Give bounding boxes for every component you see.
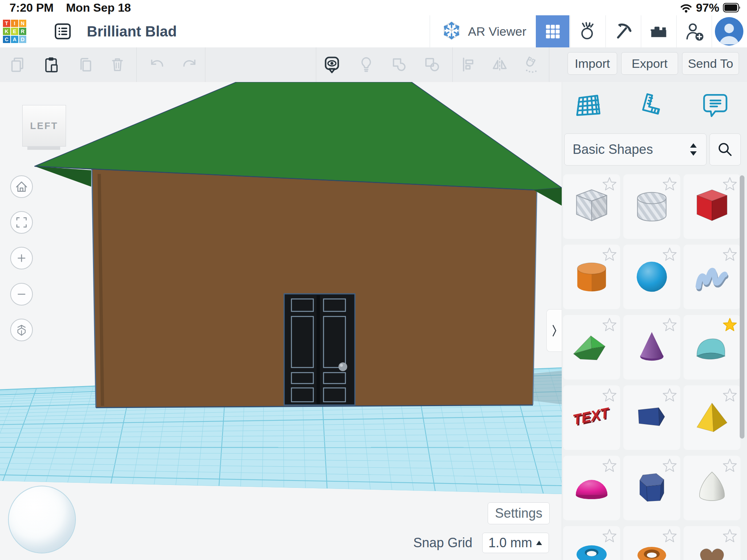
logo-tile: E [11,28,18,35]
scene-3d[interactable] [0,82,562,560]
chevron-right-icon [550,320,559,342]
notes-tool-icon[interactable] [698,89,733,123]
shape-tile-polygon[interactable] [623,456,680,520]
invite-person-icon[interactable] [677,15,711,47]
sim-lab-apple-icon[interactable] [571,15,605,47]
design-list-icon[interactable] [53,21,73,42]
favorite-star-icon[interactable] [602,388,617,403]
search-shapes-button[interactable] [709,133,741,166]
status-bar: 7:20 PM Mon Sep 18 97% [0,0,747,15]
view-cube[interactable]: LEFT [22,105,66,147]
select-arrows-icon [689,142,698,157]
toolbar-divider [549,47,549,82]
favorite-star-icon[interactable] [602,528,617,544]
favorite-star-icon[interactable] [662,317,677,332]
shape-tile-tube[interactable] [623,526,680,560]
house-door[interactable] [284,294,355,405]
ar-viewer-button[interactable]: AR Viewer [431,19,536,43]
shape-tile-half-sphere[interactable] [563,456,620,520]
favorite-star-icon[interactable] [722,528,738,544]
design-canvas[interactable]: LEFT Settings Snap Grid 1.0 mm [0,82,562,560]
align-icon[interactable] [459,55,478,74]
favorite-star-icon[interactable] [602,317,617,332]
favorite-star-icon[interactable] [722,388,738,403]
shape-tile-paraboloid[interactable] [684,456,740,520]
duplicate-icon[interactable] [75,55,94,74]
shape-tile-box[interactable] [684,174,740,239]
battery-icon [723,3,741,12]
import-button[interactable]: Import [568,52,617,75]
shape-tile-cone[interactable] [623,315,680,380]
settings-button[interactable]: Settings [488,502,550,524]
shape-category-select[interactable]: Basic Shapes [564,133,707,166]
favorite-star-icon[interactable] [722,458,738,473]
tinkercad-logo[interactable]: TINKERCAD [3,20,26,43]
show-all-eye-icon[interactable] [322,55,341,74]
panel-collapse-handle[interactable] [546,309,562,352]
minecraft-pickaxe-icon[interactable] [607,15,640,47]
fit-view-button[interactable] [10,211,33,234]
favorite-star-icon[interactable] [722,247,738,262]
battery-percent: 97% [696,1,719,15]
panel-scrollbar[interactable] [740,175,744,439]
home-view-button[interactable] [10,175,33,198]
logo-tile: D [19,36,26,43]
favorite-star-icon[interactable] [662,458,677,473]
favorite-star-icon[interactable] [662,528,677,544]
shape-tile-pyramid[interactable] [684,385,740,450]
shape-tile-torus[interactable] [563,526,620,560]
zoom-out-button[interactable] [10,283,33,306]
shape-tile-roof[interactable] [563,315,620,380]
shape-grid: TEXTTEXT [563,174,740,560]
shape-tile-scribble[interactable] [684,245,740,309]
shape-tile-text[interactable]: TEXTTEXT [563,385,620,450]
favorite-star-icon[interactable] [722,317,738,332]
favorite-star-icon[interactable] [602,247,617,262]
view-cube-face-label: LEFT [30,120,58,132]
ungroup-icon[interactable] [422,55,441,74]
favorite-star-icon[interactable] [662,176,677,192]
shape-tile-round-roof[interactable] [684,315,740,380]
favorite-star-icon[interactable] [662,388,677,403]
send-to-button[interactable]: Send To [682,52,739,75]
orbit-control-ball[interactable] [8,486,76,553]
ar-cube-icon [440,19,463,43]
workplane-tool-icon[interactable] [571,89,606,123]
account-avatar-icon[interactable] [715,17,743,46]
favorite-star-icon[interactable] [602,176,617,192]
shape-tile-wedge[interactable] [623,385,680,450]
brick-build-icon[interactable] [642,15,676,47]
snap-grid-select[interactable]: 1.0 mm [482,533,549,553]
design-title[interactable]: Brilliant Blad [87,23,177,40]
shape-tile-sphere[interactable] [623,245,680,309]
favorite-star-icon[interactable] [722,176,738,192]
undo-icon[interactable] [147,55,166,74]
favorite-star-icon[interactable] [662,247,677,262]
shape-tile-heart[interactable] [684,526,740,560]
ruler-tool-icon[interactable] [634,89,669,123]
shape-tile-box-hole[interactable] [563,174,620,239]
favorite-star-icon[interactable] [602,458,617,473]
export-button[interactable]: Export [621,52,678,75]
logo-tile: A [11,36,18,43]
ar-viewer-label: AR Viewer [468,24,526,39]
perspective-toggle-button[interactable] [10,319,33,341]
header-divider [430,15,430,47]
lightbulb-icon[interactable] [357,55,376,74]
date: Mon Sep 18 [66,1,131,15]
header-divider [712,15,712,47]
shape-tile-cylinder[interactable] [563,245,620,309]
wifi-icon [680,3,692,13]
copy-icon[interactable] [8,55,27,74]
design-grid-icon[interactable] [536,15,569,47]
paste-icon[interactable] [42,55,61,74]
redo-icon[interactable] [180,55,199,74]
delete-icon[interactable] [108,55,127,74]
group-icon[interactable] [390,55,409,74]
logo-tile: C [3,36,10,43]
magnet-snap-icon[interactable] [522,55,541,74]
zoom-in-button[interactable] [10,247,33,269]
mirror-icon[interactable] [490,55,509,74]
shape-tile-cylinder-hole[interactable] [623,174,680,239]
header-divider [641,15,641,47]
